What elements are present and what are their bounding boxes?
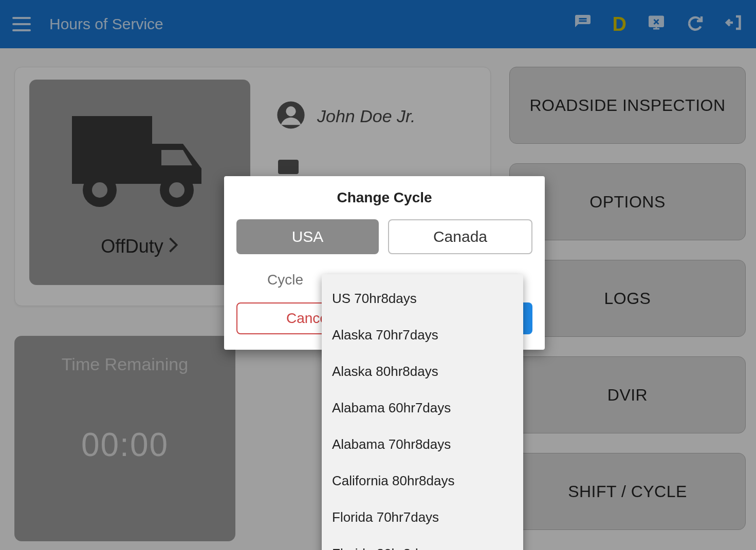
country-toggle: USA Canada: [236, 219, 532, 254]
cycle-option[interactable]: Alaska 70hr7days: [322, 317, 523, 353]
tab-canada[interactable]: Canada: [388, 219, 532, 254]
cycle-option[interactable]: Alabama 70hr8days: [322, 426, 523, 463]
cycle-option[interactable]: Alabama 60hr7days: [322, 390, 523, 426]
cycle-option[interactable]: US 70hr8days: [322, 280, 523, 317]
cycle-field-label: Cycle: [267, 272, 303, 288]
modal-title: Change Cycle: [236, 189, 532, 206]
cycle-option[interactable]: Florida 70hr7days: [322, 499, 523, 536]
cycle-option[interactable]: Alaska 80hr8days: [322, 353, 523, 390]
cycle-dropdown: US 70hr8days Alaska 70hr7days Alaska 80h…: [322, 274, 523, 550]
cycle-option[interactable]: California 80hr8days: [322, 463, 523, 499]
cycle-option[interactable]: Florida 80hr8days: [322, 536, 523, 550]
tab-usa[interactable]: USA: [236, 219, 379, 254]
